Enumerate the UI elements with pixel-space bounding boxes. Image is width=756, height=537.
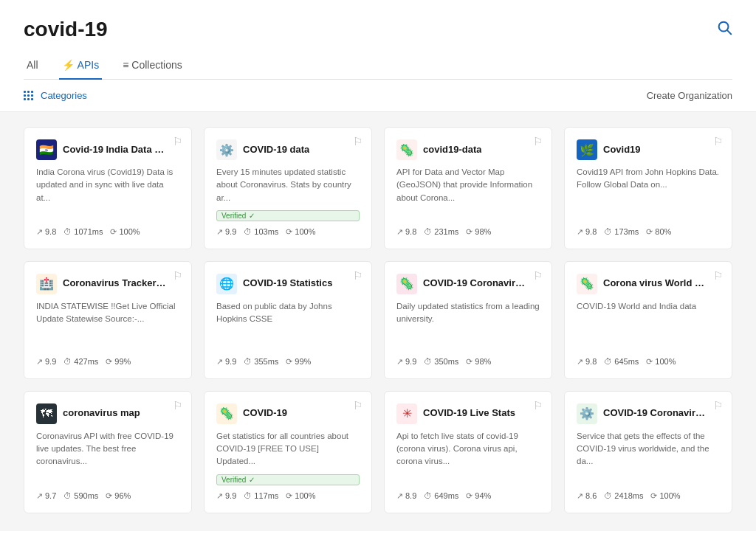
api-card[interactable]: ⚐ 🏥 Coronavirus Tracker India(Co... INDI… (24, 261, 192, 379)
tab-apis[interactable]: ⚡APIs (59, 53, 103, 80)
score-stat: ↗ 9.8 (577, 357, 597, 367)
card-title: Covid-19 India Data by ZT (63, 144, 166, 156)
score-value: 9.8 (585, 357, 597, 366)
card-description: Daily updated statistics from a leading … (396, 300, 540, 351)
score-value: 9.9 (225, 491, 236, 500)
bookmark-icon[interactable]: ⚐ (173, 135, 182, 148)
clock-icon: ⏱ (604, 357, 612, 366)
card-title: Covid19 (603, 144, 641, 156)
card-stats: ↗ 9.8 ⏱ 1071ms ⟳ 100% (36, 227, 179, 237)
latency-value: 427ms (74, 357, 98, 366)
bookmark-icon[interactable]: ⚐ (533, 269, 543, 283)
score-value: 9.9 (225, 227, 236, 236)
card-title: COVID-19 Coronavirus Stati... (603, 407, 707, 420)
api-card[interactable]: ⚐ ⚙️ COVID-19 data Every 15 minutes upda… (204, 127, 372, 249)
verified-label: Verified (221, 476, 246, 484)
tab-collections[interactable]: ≡Collections (120, 53, 185, 80)
api-card[interactable]: ⚐ 🦠 COVID-19 Get statistics for all coun… (204, 391, 372, 513)
uptime-value: 98% (475, 357, 491, 366)
svg-line-1 (727, 30, 731, 34)
card-description: Every 15 minutes updated statistic about… (216, 166, 360, 204)
bookmark-icon[interactable]: ⚐ (713, 135, 723, 148)
card-title: Coronavirus Tracker India(Co... (63, 277, 166, 290)
score-value: 9.8 (45, 227, 56, 236)
categories-button[interactable]: Categories (24, 90, 87, 101)
clock-icon: ⏱ (424, 491, 432, 500)
api-card[interactable]: ⚐ ✳ COVID-19 Live Stats Api to fetch liv… (384, 391, 552, 513)
uptime-stat: ⟳ 100% (646, 357, 676, 367)
uptime-icon: ⟳ (650, 491, 657, 501)
uptime-stat: ⟳ 100% (286, 227, 315, 237)
card-description: Api to fetch live stats of covid-19 (cor… (396, 430, 540, 485)
bookmark-icon[interactable]: ⚐ (533, 399, 543, 412)
score-value: 9.7 (45, 491, 56, 500)
uptime-value: 100% (659, 491, 680, 500)
api-card[interactable]: ⚐ 🦠 Corona virus World and India... COVI… (564, 261, 732, 379)
card-header: 🦠 covid19-data (396, 139, 540, 160)
api-card[interactable]: ⚐ 🇮🇳 Covid-19 India Data by ZT India Cor… (24, 127, 192, 249)
latency-value: 2418ms (614, 491, 643, 500)
trending-icon: ↗ (36, 227, 43, 237)
collections-icon: ≡ (123, 59, 128, 71)
score-stat: ↗ 8.6 (577, 491, 597, 501)
latency-value: 350ms (434, 357, 458, 366)
trending-icon: ↗ (577, 491, 583, 501)
card-header: 🏥 Coronavirus Tracker India(Co... (36, 274, 179, 294)
score-stat: ↗ 9.9 (36, 357, 56, 367)
latency-value: 590ms (74, 491, 98, 500)
latency-stat: ⏱ 173ms (604, 227, 639, 236)
card-description: API for Data and Vector Map (GeoJSON) th… (396, 166, 540, 221)
latency-stat: ⏱ 103ms (244, 227, 278, 236)
uptime-stat: ⟳ 100% (110, 227, 140, 237)
tab-all[interactable]: All (24, 53, 41, 80)
uptime-value: 99% (114, 357, 131, 366)
bookmark-icon[interactable]: ⚐ (353, 269, 362, 283)
api-card[interactable]: ⚐ 🦠 COVID-19 Coronavirus Stati... Daily … (384, 261, 552, 379)
create-organization-button[interactable]: Create Organization (647, 90, 732, 101)
uptime-icon: ⟳ (286, 227, 292, 237)
card-stats: ↗ 9.7 ⏱ 590ms ⟳ 96% (36, 491, 179, 501)
api-card[interactable]: ⚐ 🌿 Covid19 Covid19 API from John Hopkin… (564, 127, 732, 249)
verified-badge: Verified ✓ (216, 210, 360, 221)
uptime-value: 80% (655, 227, 671, 236)
api-card[interactable]: ⚐ 🗺 coronavirus map Coronavirus API with… (24, 391, 192, 513)
bookmark-icon[interactable]: ⚐ (353, 399, 362, 412)
clock-icon: ⏱ (244, 357, 252, 366)
bookmark-icon[interactable]: ⚐ (173, 269, 182, 283)
search-button[interactable] (716, 19, 732, 40)
bookmark-icon[interactable]: ⚐ (173, 399, 182, 412)
card-stats: ↗ 9.9 ⏱ 427ms ⟳ 99% (36, 357, 179, 367)
card-header: ⚙️ COVID-19 Coronavirus Stati... (577, 403, 720, 424)
score-stat: ↗ 9.9 (216, 227, 236, 237)
page-wrapper: covid-19 All ⚡APIs ≡Collections (0, 0, 756, 537)
trending-icon: ↗ (36, 491, 43, 501)
bookmark-icon[interactable]: ⚐ (353, 135, 362, 148)
api-card[interactable]: ⚐ 🌐 COVID-19 Statistics Based on public … (204, 261, 372, 379)
uptime-stat: ⟳ 80% (646, 227, 671, 237)
trending-icon: ↗ (396, 227, 403, 237)
api-card[interactable]: ⚐ ⚙️ COVID-19 Coronavirus Stati... Servi… (564, 391, 732, 513)
trending-icon: ↗ (216, 227, 223, 237)
bookmark-icon[interactable]: ⚐ (713, 399, 723, 412)
cards-grid: ⚐ 🇮🇳 Covid-19 India Data by ZT India Cor… (0, 112, 756, 531)
header: covid-19 All ⚡APIs ≡Collections (0, 0, 756, 80)
uptime-value: 100% (655, 357, 676, 366)
uptime-icon: ⟳ (646, 227, 653, 237)
bookmark-icon[interactable]: ⚐ (533, 135, 543, 148)
card-description: Service that gets the effects of the COV… (577, 430, 720, 485)
card-header: 🇮🇳 Covid-19 India Data by ZT (36, 139, 179, 160)
card-stats: ↗ 9.9 ⏱ 350ms ⟳ 98% (396, 357, 540, 367)
uptime-icon: ⟳ (466, 491, 472, 501)
card-description: Covid19 API from John Hopkins Data. Foll… (577, 166, 720, 221)
latency-stat: ⏱ 350ms (424, 357, 458, 366)
score-value: 8.6 (585, 491, 597, 500)
header-top: covid-19 (24, 18, 732, 53)
card-header: 🦠 COVID-19 Coronavirus Stati... (396, 274, 540, 294)
card-stats: ↗ 9.9 ⏱ 117ms ⟳ 100% (216, 491, 360, 501)
uptime-icon: ⟳ (466, 357, 472, 367)
latency-value: 355ms (254, 357, 278, 366)
bookmark-icon[interactable]: ⚐ (713, 269, 723, 283)
uptime-icon: ⟳ (646, 357, 653, 367)
latency-value: 1071ms (74, 227, 103, 236)
api-card[interactable]: ⚐ 🦠 covid19-data API for Data and Vector… (384, 127, 552, 249)
